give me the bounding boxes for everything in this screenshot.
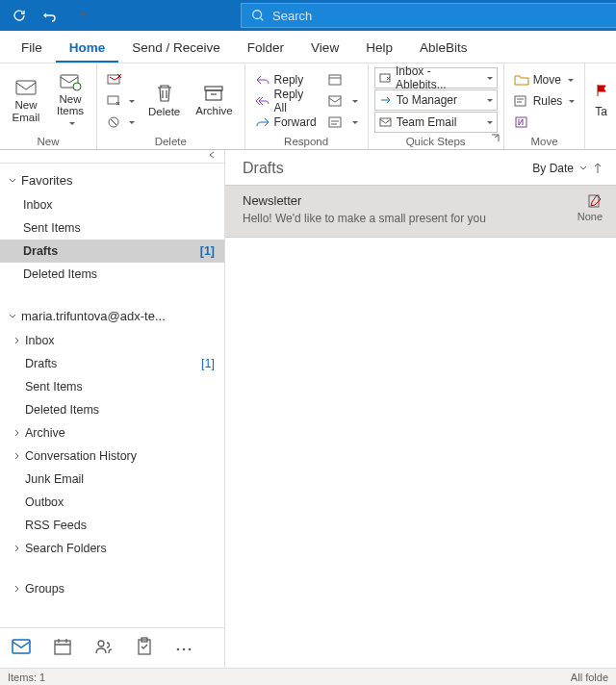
nav-fav-sent[interactable]: Sent Items [0,216,224,240]
message-subject: Newsletter [243,193,486,208]
ribbon-group-respond: Respond [251,134,362,147]
menu-folder[interactable]: Folder [234,35,297,63]
status-items: Items: 1 [8,672,45,683]
reply-all-button[interactable]: Reply All [251,90,321,112]
archive-button[interactable]: Archive [190,80,238,121]
menu-send-receive[interactable]: Send / Receive [118,35,234,63]
nav-more-icon[interactable] [175,642,192,655]
move-button[interactable]: Move [510,69,579,90]
nav-favorites-header[interactable]: Favorites [0,167,224,193]
menu-file[interactable]: File [8,35,56,63]
svg-rect-8 [206,90,221,100]
search-input[interactable] [272,9,606,23]
svg-rect-9 [329,75,341,85]
menu-help[interactable]: Help [352,35,406,63]
svg-rect-1 [16,81,36,94]
nav-fav-inbox[interactable]: Inbox [0,193,224,216]
nav-archive[interactable]: Archive [0,421,224,444]
nav-outbox[interactable]: Outbox [0,491,224,514]
nav-rss[interactable]: RSS Feeds [0,514,224,537]
sort-direction-icon[interactable] [593,163,603,174]
ribbon-group-delete: Delete [103,134,239,147]
quickstep-inbox-ablebits[interactable]: Inbox - Ablebits... [374,67,498,89]
share-button[interactable] [324,90,362,112]
ignore-button[interactable] [103,69,139,90]
svg-point-23 [189,647,192,650]
chevron-down-icon [579,165,587,172]
junk-button[interactable] [103,112,139,133]
ribbon-group-quicksteps: Quick Steps [374,134,498,147]
ribbon-group-new: New [6,134,90,147]
nav-junk[interactable]: Junk Email [0,468,224,491]
quicksteps-dialog-launcher[interactable] [491,133,500,146]
svg-point-18 [98,641,104,647]
svg-rect-17 [55,641,70,654]
menu-ablebits[interactable]: AbleBits [406,35,481,63]
rules-button[interactable]: Rules [510,90,579,112]
svg-point-21 [177,647,180,650]
message-preview: Hello! We'd like to make a small present… [243,212,486,225]
more-respond-button[interactable] [324,112,362,133]
onenote-button[interactable] [510,112,579,133]
ribbon-group-move: Move [510,134,579,147]
nav-fav-drafts[interactable]: Drafts[1] [0,240,224,263]
nav-tasks-icon[interactable] [137,637,152,659]
qat-customize-icon[interactable] [69,4,92,27]
nav-deleted[interactable]: Deleted Items [0,398,224,421]
search-box[interactable] [241,3,616,28]
menu-home[interactable]: Home [56,35,119,63]
svg-rect-14 [515,96,526,106]
svg-rect-16 [13,640,30,653]
svg-rect-13 [380,118,391,126]
collapse-nav-icon[interactable] [0,150,224,164]
nav-conversation-history[interactable]: Conversation History [0,444,224,468]
folder-title: Drafts [243,160,284,177]
menu-view[interactable]: View [297,35,352,63]
quickstep-to-manager[interactable]: To Manager [374,89,498,111]
nav-groups[interactable]: Groups [0,577,224,600]
message-item[interactable]: Newsletter Hello! We'd like to make a sm… [225,185,616,238]
svg-point-3 [73,83,81,90]
status-folder: All folde [571,672,608,683]
nav-sent[interactable]: Sent Items [0,375,224,398]
tags-flag-button[interactable] [591,80,612,101]
undo-icon[interactable] [38,4,62,27]
new-items-button[interactable]: New Items [50,68,90,134]
draft-edit-icon [587,193,603,209]
nav-inbox[interactable]: Inbox [0,329,224,352]
svg-point-22 [183,647,186,650]
tags-button[interactable]: Ta [591,101,612,122]
refresh-icon[interactable] [8,4,31,27]
new-email-button[interactable]: New Email [6,74,46,127]
nav-calendar-icon[interactable] [54,638,71,658]
nav-mail-icon[interactable] [12,639,31,657]
forward-button[interactable]: Forward [251,112,321,133]
nav-people-icon[interactable] [94,638,114,658]
cleanup-button[interactable] [103,90,139,112]
svg-point-0 [253,11,262,19]
message-category: None [578,211,603,222]
svg-rect-11 [329,117,341,127]
nav-drafts[interactable]: Drafts[1] [0,352,224,375]
svg-rect-10 [329,96,341,106]
quickstep-team-email[interactable]: Team Email [374,112,498,133]
nav-fav-deleted[interactable]: Deleted Items [0,263,224,286]
delete-button[interactable]: Delete [142,79,186,122]
sort-control[interactable]: By Date [532,162,603,175]
nav-account-header[interactable]: maria.trifuntova@adx-te... [0,303,224,329]
nav-search-folders[interactable]: Search Folders [0,537,224,560]
meeting-button[interactable] [324,69,362,90]
